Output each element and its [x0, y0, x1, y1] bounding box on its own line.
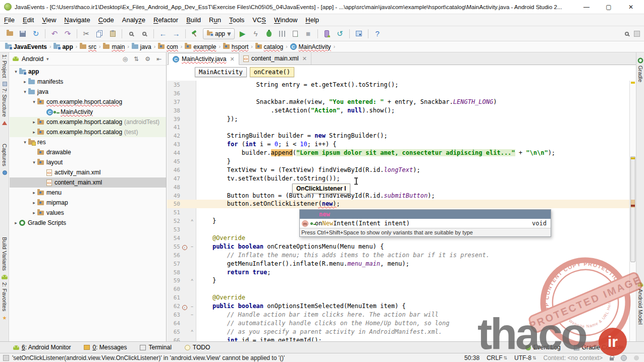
menu-code[interactable]: Code	[94, 14, 118, 26]
menu-window[interactable]: Window	[270, 14, 301, 26]
tool-button-captures[interactable]: Captures	[0, 144, 9, 175]
context-chip-class[interactable]: MainActivity	[195, 67, 247, 77]
tool-button-todo[interactable]: TODO	[185, 344, 210, 351]
close-icon[interactable]: ✕	[230, 56, 234, 63]
chevron-right-icon[interactable]: ▸	[13, 220, 19, 225]
debug-button[interactable]	[263, 28, 275, 40]
collapse-all-icon[interactable]: ⇅	[132, 55, 140, 63]
tool-button----messages[interactable]: 0: Messages	[84, 344, 127, 351]
project-view-selector[interactable]: Android	[22, 55, 43, 63]
breadcrumb-item-src[interactable]: src	[79, 43, 97, 50]
line-ending-widget[interactable]: CRLF⇅	[487, 354, 507, 361]
settings-icon[interactable]: ⚙	[143, 55, 152, 63]
breadcrumb-item-main[interactable]: main	[102, 43, 126, 50]
completion-item-selected[interactable]: new	[300, 210, 551, 219]
caret-position-widget[interactable]: 50:38	[464, 354, 479, 361]
menu-navigate[interactable]: Navigate	[60, 14, 94, 26]
tree-item[interactable]: ▾java	[10, 87, 166, 97]
chevron-right-icon[interactable]: ▸	[31, 190, 37, 195]
tree-item[interactable]: ▾com.example.hsport.catalog	[10, 97, 166, 107]
tool-button-build-variants[interactable]: Build Variants	[0, 237, 9, 279]
tool-button-terminal[interactable]: Terminal	[140, 344, 171, 351]
replace-button[interactable]	[138, 28, 150, 40]
sdk-manager-button[interactable]	[353, 28, 365, 40]
find-button[interactable]	[125, 28, 137, 40]
paste-button[interactable]	[106, 28, 119, 40]
chevron-down-icon[interactable]: ▾	[13, 69, 19, 74]
breadcrumb-item-mainactivity[interactable]: CMainActivity	[289, 43, 332, 50]
tool-button----android-monitor[interactable]: 6: Android Monitor	[13, 344, 71, 351]
chevron-down-icon[interactable]: ▾	[31, 99, 37, 104]
lock-icon[interactable]	[610, 357, 614, 360]
attach-debugger-button[interactable]	[289, 28, 301, 40]
menu-analyze[interactable]: Analyze	[118, 14, 149, 26]
menu-tools[interactable]: Tools	[225, 14, 248, 26]
scrollbar-thumb[interactable]	[630, 156, 635, 262]
sync-button[interactable]: ↻	[30, 28, 42, 40]
tree-item[interactable]: ▸menu	[10, 188, 166, 198]
chevron-down-icon[interactable]: ▾	[46, 56, 49, 62]
encoding-widget[interactable]: UTF-8⇅	[514, 354, 536, 361]
fold-marker-icon[interactable]: −	[189, 304, 195, 309]
context-chip-method[interactable]: onCreate()	[250, 67, 294, 77]
copy-button[interactable]	[93, 28, 105, 40]
apply-changes-button[interactable]: ϟ	[250, 28, 262, 40]
locate-icon[interactable]: ◎	[121, 55, 129, 63]
fold-marker-icon[interactable]: ^	[189, 219, 195, 224]
context-widget[interactable]: Context: <no context>	[544, 354, 603, 361]
profile-button[interactable]	[276, 28, 288, 40]
tool-button-event-log[interactable]: Event Log	[525, 344, 561, 351]
override-marker-icon[interactable]: ↑	[182, 245, 187, 250]
run-configuration-selector[interactable]: app▾	[203, 28, 235, 39]
breadcrumb-item-app[interactable]: app	[52, 43, 74, 50]
tree-item[interactable]: ▸manifests	[10, 77, 166, 87]
hide-panel-icon[interactable]: ⇤	[155, 55, 163, 63]
cut-icon[interactable]: ✂	[83, 30, 90, 37]
tool-button-gradle-console[interactable]: Gradle Console	[574, 344, 624, 351]
toggle-toolwindows-icon[interactable]	[3, 355, 9, 361]
tree-item[interactable]: ▸mipmap	[10, 198, 166, 208]
menu-vcs[interactable]: VCS	[248, 14, 270, 26]
breadcrumb-item-javaevents[interactable]: JavaEvents	[4, 43, 48, 50]
tool-button----structure[interactable]: 7: Structure	[0, 88, 9, 125]
close-button[interactable]: ✕	[620, 1, 642, 14]
tree-item[interactable]: ▸com.example.hsport.catalog(test)	[10, 127, 166, 137]
tool-button----favorites[interactable]: 2: Favorites★	[0, 282, 9, 321]
redo-button[interactable]: ↷	[62, 28, 74, 40]
tool-button-android-model[interactable]: Android Model	[636, 280, 644, 325]
fold-marker-icon[interactable]: −	[189, 312, 195, 317]
forward-icon[interactable]: →	[173, 30, 180, 37]
error-stripe-scrollbar[interactable]	[629, 81, 636, 341]
menu-build[interactable]: Build	[182, 14, 205, 26]
breadcrumb-item-catalog[interactable]: catalog	[254, 43, 285, 50]
tree-item[interactable]: CMainActivity	[10, 107, 166, 117]
chevron-down-icon[interactable]: ▾	[22, 140, 28, 145]
chevron-down-icon[interactable]: ▾	[22, 89, 28, 94]
chevron-down-icon[interactable]: ▾	[31, 160, 37, 165]
make-project-button[interactable]	[189, 28, 201, 40]
completion-item[interactable]: m onNewIntent(Intent intent) void	[300, 219, 551, 228]
stop-icon[interactable]: ■	[306, 30, 310, 37]
save-all-button[interactable]	[17, 28, 29, 40]
menu-help[interactable]: Help	[301, 14, 323, 26]
tab-content_main-xml[interactable]: <>content_main.xml✕	[239, 52, 311, 65]
tree-item[interactable]: ▾app	[10, 67, 166, 77]
fold-marker-icon[interactable]: ^	[189, 278, 195, 283]
sync-icon[interactable]: ↻	[33, 30, 39, 37]
code-area[interactable]: 35 String entry = et.getText().toString(…	[167, 81, 629, 341]
fold-marker-icon[interactable]: −	[189, 244, 195, 249]
cut-button[interactable]: ✂	[80, 28, 92, 40]
breadcrumb-item-com[interactable]: com	[157, 43, 179, 50]
maximize-button[interactable]: ▢	[598, 1, 620, 14]
tool-button----project[interactable]: 1: Project	[0, 54, 9, 86]
tree-item[interactable]: ▾res	[10, 137, 166, 147]
close-icon[interactable]: ✕	[302, 55, 307, 62]
breadcrumb-item-java[interactable]: java	[131, 43, 152, 50]
chevron-right-icon[interactable]: ▸	[31, 119, 37, 125]
stop-button[interactable]: ■	[302, 28, 314, 40]
gradle-sync-button[interactable]: ↺	[334, 28, 346, 40]
breadcrumb-item-example[interactable]: example	[184, 43, 217, 50]
inspections-profile-icon[interactable]	[621, 355, 627, 361]
menu-file[interactable]: File	[0, 14, 19, 26]
tree-item[interactable]: ▾layout	[10, 157, 166, 167]
